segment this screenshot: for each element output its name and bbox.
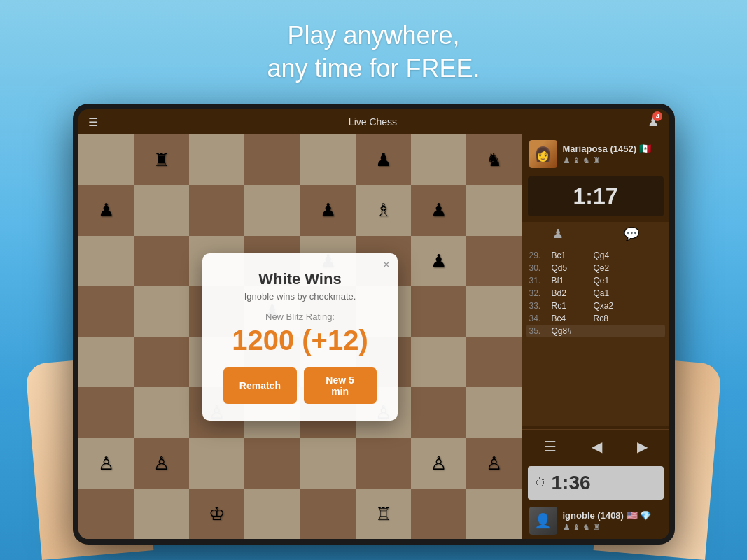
opponent-name: Mariaposa (1452) 🇲🇽 <box>563 143 662 154</box>
move-list-button[interactable]: ☰ <box>538 435 562 458</box>
move-number: 35. <box>529 326 552 336</box>
move-panel: ♟ 💬 29.Bc1Qg430.Qd5Qe231.Bf1Qe132.Bd2Qa1… <box>522 222 669 426</box>
current-player-details: ignoble (1408) 🇺🇸 💎 ♟ ♝ ♞ ♜ <box>563 510 662 532</box>
move-black: Rc8 <box>594 314 662 323</box>
current-player-timer: 1:36 <box>552 472 591 494</box>
modal-title: White Wins <box>223 270 376 288</box>
rematch-button[interactable]: Rematch <box>223 368 296 404</box>
opponent-pieces: ♟ ♝ ♞ ♜ <box>563 155 662 165</box>
notification-badge: 4 <box>652 111 662 121</box>
main-content: ♜♟♞♟♟♗♟♟♟♟♙♙♙♙♙♙♔♖ ✕ White Wins Ignoble … <box>78 134 669 539</box>
board-area: ♜♟♞♟♟♗♟♟♟♟♙♙♙♙♙♙♔♖ ✕ White Wins Ignoble … <box>78 134 522 539</box>
move-number: 30. <box>529 263 552 273</box>
move-row[interactable]: 30.Qd5Qe2 <box>526 262 665 274</box>
opponent-flag: 🇲🇽 <box>639 143 651 154</box>
top-bar: ☰ Live Chess ♟ 4 <box>78 109 669 134</box>
nav-controls: ☰ ◀ ▶ <box>522 429 669 463</box>
modal-overlay: ✕ White Wins Ignoble wins by checkmate. … <box>78 134 522 539</box>
move-row[interactable]: 35.Qg8# <box>526 325 665 337</box>
next-move-button[interactable]: ▶ <box>631 435 653 458</box>
rating-change: (+12) <box>302 325 368 356</box>
move-row[interactable]: 32.Bd2Qa1 <box>526 287 665 300</box>
move-number: 34. <box>529 314 552 323</box>
opponent-avatar: 👩 <box>529 140 557 168</box>
tablet-screen: ☰ Live Chess ♟ 4 ♜♟♞♟♟♗♟♟♟♟♙♙♙♙♙♙♔♖ ✕ Wh… <box>78 109 669 539</box>
modal-rating-label: New Blitz Rating: <box>223 312 376 322</box>
move-white: Qd5 <box>552 263 594 273</box>
move-black: Qxa2 <box>594 301 662 311</box>
current-player-name: ignoble (1408) 🇺🇸 💎 <box>563 510 662 521</box>
move-white: Bc4 <box>552 314 594 323</box>
move-number: 31. <box>529 276 552 286</box>
tablet-frame: ☰ Live Chess ♟ 4 ♜♟♞♟♟♗♟♟♟♟♙♙♙♙♙♙♔♖ ✕ Wh… <box>73 104 675 545</box>
rating-value: 1200 <box>232 325 294 356</box>
opponent-timer: 1:17 <box>535 183 657 209</box>
moves-tab-icon[interactable]: ♟ <box>552 226 564 241</box>
move-number: 32. <box>529 288 552 298</box>
move-black: Qa1 <box>594 288 662 298</box>
current-player-timer-box: ⏱ 1:36 <box>528 466 664 500</box>
modal-close-button[interactable]: ✕ <box>382 259 391 270</box>
move-black: Qg4 <box>594 251 662 260</box>
move-row[interactable]: 31.Bf1Qe1 <box>526 274 665 287</box>
move-white: Qg8# <box>552 326 594 336</box>
topbar-title: Live Chess <box>349 116 397 127</box>
move-panel-tabs: ♟ 💬 <box>522 222 669 246</box>
heading-line1: Play anywhere, <box>287 21 459 50</box>
opponent-timer-box: 1:17 <box>528 176 664 216</box>
move-number: 29. <box>529 251 552 260</box>
move-row[interactable]: 34.Bc4Rc8 <box>526 312 665 325</box>
menu-icon[interactable]: ☰ <box>88 115 98 129</box>
top-heading: Play anywhere, any time for FREE. <box>0 0 747 85</box>
moves-list: 29.Bc1Qg430.Qd5Qe231.Bf1Qe132.Bd2Qa133.R… <box>522 246 669 426</box>
prev-move-button[interactable]: ◀ <box>586 435 608 458</box>
heading-line2: any time for FREE. <box>267 54 480 83</box>
move-number: 33. <box>529 301 552 311</box>
modal-rating: 1200 (+12) <box>223 325 376 356</box>
current-player-info: 👤 ignoble (1408) 🇺🇸 💎 ♟ ♝ ♞ ♜ <box>522 503 669 539</box>
move-row[interactable]: 33.Rc1Qxa2 <box>526 300 665 312</box>
opponent-info: 👩 Mariaposa (1452) 🇲🇽 ♟ ♝ ♞ ♜ <box>522 134 669 174</box>
opponent-details: Mariaposa (1452) 🇲🇽 ♟ ♝ ♞ ♜ <box>563 143 662 165</box>
current-player-pieces: ♟ ♝ ♞ ♜ <box>563 522 662 532</box>
new-game-button[interactable]: New 5 min <box>304 368 377 404</box>
chat-tab-icon[interactable]: 💬 <box>624 226 639 241</box>
current-player-avatar: 👤 <box>529 507 557 535</box>
move-black: Qe2 <box>594 263 662 273</box>
modal-subtitle: Ignoble wins by checkmate. <box>223 291 376 302</box>
move-white: Bf1 <box>552 276 594 286</box>
modal-buttons: Rematch New 5 min <box>223 368 376 404</box>
move-white: Bd2 <box>552 288 594 298</box>
move-row[interactable]: 29.Bc1Qg4 <box>526 249 665 262</box>
move-white: Rc1 <box>552 301 594 311</box>
game-over-modal: ✕ White Wins Ignoble wins by checkmate. … <box>202 253 397 421</box>
right-panel: 👩 Mariaposa (1452) 🇲🇽 ♟ ♝ ♞ ♜ 1:17 <box>522 134 669 539</box>
move-white: Bc1 <box>552 251 594 260</box>
notification-icon[interactable]: ♟ 4 <box>648 114 659 130</box>
clock-icon: ⏱ <box>535 477 546 489</box>
move-black: Qe1 <box>594 276 662 286</box>
